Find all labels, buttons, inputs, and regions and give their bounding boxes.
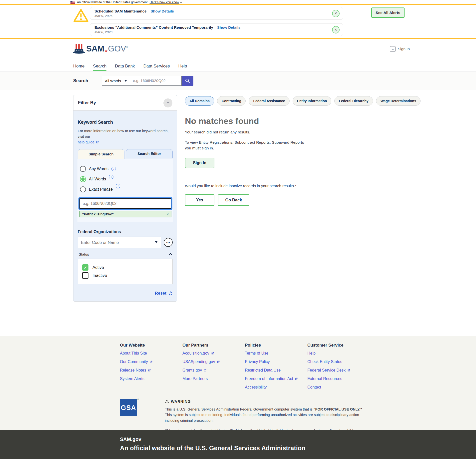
domain-tab-entity-information[interactable]: Entity Information [293,96,332,106]
inactive-records-question: Would you like to include inactive recor… [185,184,395,188]
how-you-know-link[interactable]: Here’s how you know [150,0,182,4]
uncle-sam-hat-icon [73,43,85,54]
footer-link-more-partners[interactable]: More Partners [182,377,245,381]
help-guide-link[interactable]: help guide [78,139,99,145]
checkbox-inactive[interactable] [82,272,88,279]
search-input[interactable] [130,76,182,86]
nav-item-data-services[interactable]: Data Services [143,61,170,71]
go-back-button[interactable]: Go Back [218,194,249,206]
alert-close-button[interactable]: × [332,26,340,33]
external-link-icon [217,360,220,364]
alerts-section: Scheduled SAM Maintenance Show Details M… [0,5,476,39]
info-icon[interactable]: i [116,184,120,188]
footer-link-privacy-policy[interactable]: Privacy Policy [245,360,307,364]
info-icon[interactable]: i [111,167,116,171]
nav-item-search[interactable]: Search [93,61,106,71]
footer-link-contact[interactable]: Contact [307,385,370,389]
federal-organizations-heading: Federal Organizations [78,229,173,234]
alert-list: Scheduled SAM Maintenance Show Details M… [90,7,343,36]
footer-link-about-this-site[interactable]: About This Site [120,351,182,355]
footer-column-heading: Our Website [120,343,182,348]
alert-date: Mar 9, 2026 [94,14,325,18]
status-option-inactive: Inactive [82,272,168,279]
site-header: SAM ★ GOV ® ← Sign In [0,39,476,61]
footer-link-release-notes[interactable]: Release Notes [120,368,182,372]
info-icon[interactable]: i [109,175,113,179]
external-link-icon [148,369,151,372]
footer-column-customer-service: Customer Service Help Check Entity Statu… [307,343,370,394]
nav-item-home[interactable]: Home [73,61,84,71]
footer-link-restricted-data-use[interactable]: Restricted Data Use [245,368,307,372]
domain-tab-federal-assistance[interactable]: Federal Assistance [249,96,289,106]
domain-tab-all-domains[interactable]: All Domains [185,96,214,106]
search-mode-select[interactable]: All Words [102,76,130,86]
collapse-filter-button[interactable]: − [163,98,172,107]
footer-link-accessibility[interactable]: Accessibility [245,385,307,389]
domain-tab-wage-determinations[interactable]: Wage Determinations [376,96,421,106]
nav-item-data-bank[interactable]: Data Bank [115,61,135,71]
site-subtitle: An official website of the U.S. General … [120,445,476,452]
search-label: Search [73,78,102,83]
external-link-icon [347,369,350,372]
alert-close-button[interactable]: × [332,10,340,17]
alert-title: Exclusions “Additional Comments” Content… [94,25,213,29]
refresh-icon[interactable] [168,291,173,296]
footer-link-grants-gov[interactable]: Grants.gov [182,368,245,372]
domain-tab-contracting[interactable]: Contracting [217,96,246,106]
tab-search-editor[interactable]: Search Editor [126,149,173,158]
sign-in-button[interactable]: Sign In [185,158,214,168]
keyword-search-heading: Keyword Search [78,120,173,125]
page: An official website of the United States… [0,0,476,459]
radio-any-words[interactable] [80,166,86,172]
sign-in-link[interactable]: ← Sign In [390,46,410,52]
keyword-input[interactable] [79,198,171,209]
footer-link-system-alerts[interactable]: System Alerts [120,377,182,381]
signin-prompt: To view Entity Registrations, Subcontrac… [185,139,311,151]
warning-heading: WARNING [171,399,191,404]
identity-footer: SAM.gov An official website of the U.S. … [0,430,476,459]
tab-simple-search[interactable]: Simple Search [78,149,124,159]
org-code-input[interactable] [78,237,161,248]
warning-triangle-icon [73,8,89,23]
dropdown-caret-icon[interactable] [155,241,158,243]
footer-link-foia[interactable]: Freedom of Information Act [245,377,307,381]
gov-banner: An official website of the United States… [0,0,476,5]
no-matches-heading: No matches found [185,116,395,126]
more-options-button[interactable]: ••• [164,238,173,247]
domain-tab-federal-hierarchy[interactable]: Federal Hierarchy [334,96,373,106]
keyword-tabs: Simple Search Search Editor [78,149,173,159]
reset-button[interactable]: Reset [155,291,166,296]
radio-all-words[interactable] [80,176,86,182]
search-band: Search All Words [0,71,476,90]
site-title: SAM.gov [120,437,476,442]
filter-panel: Filter By − Keyword Search For more info… [73,95,177,302]
footer-link-help[interactable]: Help [307,351,370,355]
status-heading: Status [79,252,89,256]
logo-text-gov: GOV [108,44,126,53]
tag-remove-icon[interactable]: × [166,212,169,216]
nav-item-help[interactable]: Help [178,61,187,71]
footer-link-acquisition-gov[interactable]: Acquisition.gov [182,351,245,355]
see-all-alerts-button[interactable]: See All Alerts [371,7,405,18]
sam-logo[interactable]: SAM ★ GOV ® [73,43,128,54]
checkbox-active[interactable]: ✓ [82,264,88,271]
external-link-icon [149,360,153,364]
radio-exact-phrase[interactable] [80,186,86,192]
domain-tabs: All Domains Contracting Federal Assistan… [185,96,395,106]
footer-column-our-website: Our Website About This Site Our Communit… [120,343,182,394]
chevron-up-icon[interactable] [169,253,172,257]
footer-link-check-entity-status[interactable]: Check Entity Status [307,360,370,364]
footer-link-our-community[interactable]: Our Community [120,360,182,364]
alert-show-details-link[interactable]: Show Details [217,25,240,29]
yes-button[interactable]: Yes [185,194,214,206]
alert-card: Exclusions “Additional Comments” Content… [90,23,343,36]
alert-show-details-link[interactable]: Show Details [151,9,174,13]
search-submit-button[interactable] [182,76,193,86]
footer-link-terms-of-use[interactable]: Terms of Use [245,351,307,355]
footer-link-usaspending-gov[interactable]: USASpending.gov [182,360,245,364]
logo-text-sam: SAM [86,44,104,53]
footer-link-federal-service-desk[interactable]: Federal Service Desk [307,368,370,372]
logo-star-icon: ★ [104,49,108,53]
gsa-trademark: ® [137,398,139,401]
footer-link-external-resources[interactable]: External Resources [307,377,370,381]
